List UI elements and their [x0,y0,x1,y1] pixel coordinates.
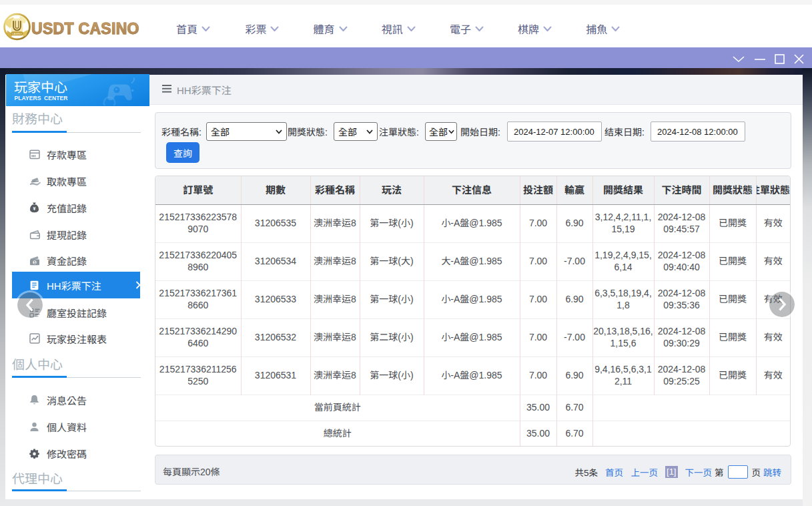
svg-text:CASINO: CASINO [12,32,22,35]
svg-text:$: $ [33,260,35,264]
svg-text:¥: ¥ [33,206,36,211]
